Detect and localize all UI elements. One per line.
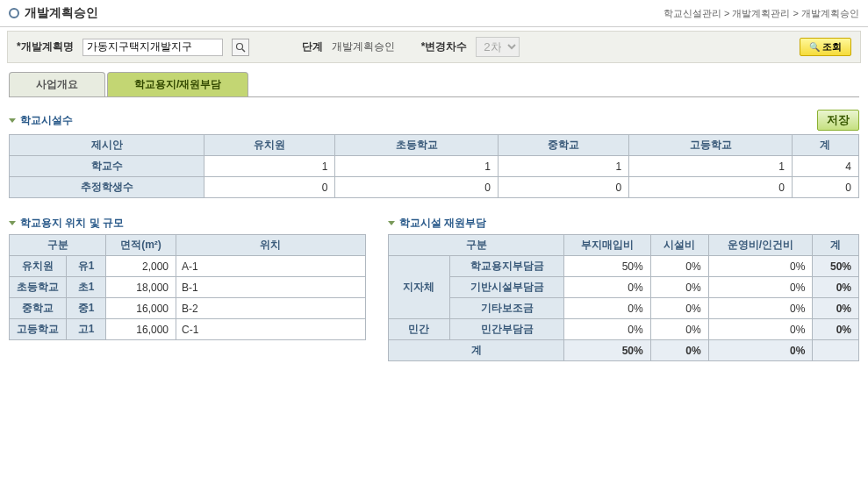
cell[interactable]: 2,000 bbox=[106, 256, 176, 277]
page-title: 개발계획승인 bbox=[9, 5, 98, 21]
col-loc: 위치 bbox=[176, 235, 366, 256]
tab-business[interactable]: 사업개요 bbox=[9, 72, 105, 96]
cell: 0% bbox=[813, 298, 859, 319]
cell[interactable]: 1 bbox=[629, 156, 793, 177]
title-bullet-icon bbox=[9, 8, 19, 18]
site-table: 구분 면적(m²) 위치 유치원 유1 2,000 A-1 초등학교 초1 18… bbox=[9, 234, 366, 340]
save-button[interactable]: 저장 bbox=[817, 110, 859, 131]
facility-table: 제시안 유치원 초등학교 중학교 고등학교 계 학교수 1 1 1 1 4 추정… bbox=[9, 134, 859, 198]
cell[interactable]: 0 bbox=[629, 177, 793, 198]
row-total: 계 50% 0% 0% bbox=[388, 340, 858, 361]
col-gubun: 구분 bbox=[10, 235, 106, 256]
cell[interactable]: B-2 bbox=[176, 298, 366, 319]
table-row: 지자체 학교용지부담금 50% 0% 0% 50% bbox=[388, 256, 858, 277]
row-school-count: 학교수 1 1 1 1 4 bbox=[10, 156, 859, 177]
cell[interactable]: 0% bbox=[564, 277, 650, 298]
cell[interactable]: 18,000 bbox=[106, 277, 176, 298]
cell[interactable]: 1 bbox=[204, 156, 335, 177]
header-bar: 개발계획승인 학교신설관리 > 개발계획관리 > 개발계획승인 bbox=[0, 0, 868, 27]
cell[interactable]: 0% bbox=[708, 319, 813, 340]
group-min: 민간 bbox=[388, 319, 449, 340]
col-elem: 초등학교 bbox=[335, 135, 499, 156]
search-plan-icon[interactable] bbox=[232, 39, 249, 56]
cell[interactable]: 0% bbox=[650, 298, 708, 319]
svg-line-1 bbox=[242, 49, 245, 52]
filter-bar: 개발계획명 단계 개발계획승인 변경차수 2차 조회 bbox=[7, 31, 861, 63]
site-section-header: 학교용지 위치 및 규모 bbox=[9, 216, 366, 231]
cell: 0% bbox=[813, 319, 859, 340]
col-proposal: 제시안 bbox=[10, 135, 204, 156]
col-operate: 운영비/인건비 bbox=[708, 235, 813, 256]
arrow-icon bbox=[388, 221, 395, 225]
cell[interactable]: 0% bbox=[564, 319, 650, 340]
cell: 0% bbox=[813, 277, 859, 298]
col-total: 계 bbox=[813, 235, 859, 256]
plan-name-label: 개발계획명 bbox=[17, 39, 74, 54]
svg-point-0 bbox=[236, 43, 242, 49]
table-row: 민간 민간부담금 0% 0% 0% 0% bbox=[388, 319, 858, 340]
fund-section-header: 학교시설 재원부담 bbox=[388, 216, 859, 231]
table-row: 유치원 유1 2,000 A-1 bbox=[10, 256, 366, 277]
cell[interactable]: 0 bbox=[335, 177, 499, 198]
site-title: 학교용지 위치 및 규모 bbox=[9, 216, 124, 231]
table-row: 고등학교 고1 16,000 C-1 bbox=[10, 319, 366, 340]
arrow-icon bbox=[9, 221, 16, 225]
arrow-icon bbox=[9, 118, 16, 123]
table-row: 중학교 중1 16,000 B-2 bbox=[10, 298, 366, 319]
col-mid: 중학교 bbox=[499, 135, 629, 156]
cell[interactable]: A-1 bbox=[176, 256, 366, 277]
tabs: 사업개요 학교용지/재원부담 bbox=[9, 72, 859, 97]
change-count-label: 변경차수 bbox=[421, 39, 468, 54]
cell: 0% bbox=[650, 340, 708, 361]
cell[interactable]: 0% bbox=[650, 319, 708, 340]
cell[interactable]: 0% bbox=[708, 298, 813, 319]
cell[interactable]: 16,000 bbox=[106, 319, 176, 340]
tab-site-fund[interactable]: 학교용지/재원부담 bbox=[107, 72, 248, 96]
cell: 4 bbox=[792, 156, 858, 177]
title-text: 개발계획승인 bbox=[25, 5, 98, 21]
cell: 0% bbox=[708, 340, 813, 361]
step-value: 개발계획승인 bbox=[332, 39, 395, 54]
table-row: 기반시설부담금 0% 0% 0% 0% bbox=[388, 277, 858, 298]
cell[interactable]: 0 bbox=[204, 177, 335, 198]
group-total: 계 bbox=[388, 340, 564, 361]
col-high: 고등학교 bbox=[629, 135, 793, 156]
cell: 0 bbox=[792, 177, 858, 198]
cell[interactable]: 1 bbox=[335, 156, 499, 177]
cell[interactable]: B-1 bbox=[176, 277, 366, 298]
change-count-select[interactable]: 2차 bbox=[476, 37, 520, 57]
cell: 50% bbox=[564, 340, 650, 361]
cell[interactable]: 50% bbox=[564, 256, 650, 277]
step-label: 단계 bbox=[302, 39, 323, 54]
cell[interactable]: 0% bbox=[708, 277, 813, 298]
cell[interactable]: C-1 bbox=[176, 319, 366, 340]
fund-title: 학교시설 재원부담 bbox=[388, 216, 486, 231]
fund-table: 구분 부지매입비 시설비 운영비/인건비 계 지자체 학교용지부담금 50% 0… bbox=[388, 234, 859, 361]
row-student-est: 추정학생수 0 0 0 0 0 bbox=[10, 177, 859, 198]
cell[interactable]: 1 bbox=[499, 156, 629, 177]
cell[interactable]: 0% bbox=[564, 298, 650, 319]
facility-section-header: 학교시설수 저장 bbox=[9, 110, 859, 131]
cell bbox=[813, 340, 859, 361]
col-facility: 시설비 bbox=[650, 235, 708, 256]
group-jija: 지자체 bbox=[388, 256, 449, 319]
cell[interactable]: 0% bbox=[650, 277, 708, 298]
table-row: 초등학교 초1 18,000 B-1 bbox=[10, 277, 366, 298]
breadcrumb: 학교신설관리 > 개발계획관리 > 개발계획승인 bbox=[664, 7, 859, 20]
table-row: 기타보조금 0% 0% 0% 0% bbox=[388, 298, 858, 319]
cell[interactable]: 0% bbox=[650, 256, 708, 277]
cell[interactable]: 0% bbox=[708, 256, 813, 277]
search-button[interactable]: 조회 bbox=[800, 38, 851, 56]
col-land: 부지매입비 bbox=[564, 235, 650, 256]
cell[interactable]: 16,000 bbox=[106, 298, 176, 319]
col-area: 면적(m²) bbox=[106, 235, 176, 256]
facility-title: 학교시설수 bbox=[9, 113, 73, 128]
cell: 50% bbox=[813, 256, 859, 277]
col-kinder: 유치원 bbox=[204, 135, 335, 156]
plan-name-input[interactable] bbox=[82, 39, 223, 56]
cell[interactable]: 0 bbox=[499, 177, 629, 198]
col-gubun: 구분 bbox=[388, 235, 564, 256]
col-total: 계 bbox=[792, 135, 858, 156]
